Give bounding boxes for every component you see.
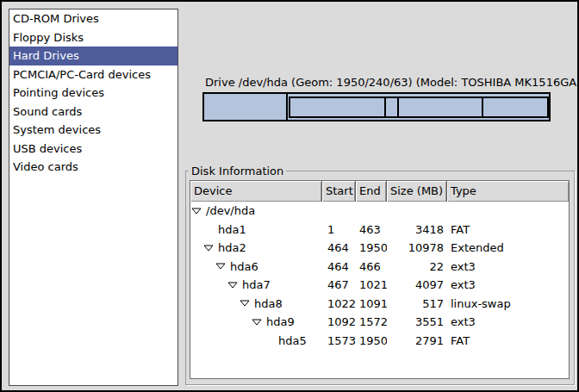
size-value: 4097 [387,276,447,295]
table-header-row: DeviceStartEndSize (MB)Type [190,181,569,202]
start-value: 1 [322,221,356,240]
end-value: 1950 [356,239,387,258]
column-header-size-mb-[interactable]: Size (MB) [387,181,447,202]
sidebar-item-hard-drives[interactable]: Hard Drives [9,47,177,65]
sidebar-item-floppy-disks[interactable]: Floppy Disks [9,28,177,47]
type-value: ext3 [447,313,569,332]
size-value: 3418 [387,221,447,240]
sidebar-item-pcmcia-pc-card-devices[interactable]: PCMCIA/PC-Card devices [9,65,177,84]
disk-information-label: Disk Information [189,165,286,177]
size-value: 3551 [387,313,447,332]
device-name: hda5 [278,332,307,351]
logical-partition-divider [397,98,399,116]
end-value: 1572 [356,313,387,332]
logical-partition-divider [482,98,483,116]
tree-expander-icon[interactable] [191,208,206,215]
end-value: 1021 [356,276,387,295]
device-name: hda7 [242,276,271,295]
end-value [356,202,387,221]
size-value: 22 [387,258,447,277]
size-value: 10978 [387,239,447,258]
sidebar-item-pointing-devices[interactable]: Pointing devices [9,84,177,103]
sidebar-item-sound-cards[interactable]: Sound cards [9,103,177,121]
tree-expander-icon[interactable] [203,245,218,252]
type-value: FAT [447,332,569,351]
table-row-hda2[interactable]: hda2464195010978Extended [190,239,569,258]
device-name: hda6 [230,258,258,277]
end-value: 1950 [356,332,387,351]
device-name: /dev/hda [206,202,255,221]
type-value: ext3 [447,276,569,295]
table-body: /dev/hdahda114633418FAThda2464195010978E… [190,202,569,378]
tree-expander-icon[interactable] [252,319,266,326]
table-row-hda6[interactable]: hda646446622ext3 [190,258,569,277]
end-value: 1091 [356,295,387,314]
type-value: Extended [447,239,569,258]
table-row-hda1[interactable]: hda114633418FAT [190,221,569,240]
start-value: 467 [322,276,356,295]
disk-information-frame: Disk Information DeviceStartEndSize (MB)… [185,171,575,385]
type-value: ext3 [447,258,569,277]
table-row--dev-hda[interactable]: /dev/hda [190,202,569,221]
disk-information-table: DeviceStartEndSize (MB)Type /dev/hdahda1… [190,180,570,379]
device-name: hda8 [254,295,283,314]
end-value: 463 [356,221,387,240]
sidebar-item-usb-devices[interactable]: USB devices [9,140,177,159]
logical-partition-divider [384,98,386,116]
table-row-hda9[interactable]: hda9109215723551ext3 [190,313,569,332]
device-name: hda2 [218,239,246,258]
sidebar-item-cd-rom-drives[interactable]: CD-ROM Drives [9,9,177,28]
tree-expander-icon[interactable] [227,282,242,289]
sidebar-item-system-devices[interactable]: System devices [9,121,177,140]
column-header-type[interactable]: Type [447,181,569,202]
partition-bar [202,92,551,121]
start-value: 1092 [322,313,356,332]
type-value [447,202,569,221]
end-value: 466 [356,258,387,277]
size-value: 2791 [387,332,447,351]
tree-expander-icon[interactable] [215,263,230,270]
start-value: 1573 [322,332,356,351]
start-value: 464 [322,239,356,258]
drive-title: Drive /dev/hda (Geom: 1950/240/63) (Mode… [205,76,579,89]
table-row-hda5[interactable]: hda5157319502791FAT [190,332,569,351]
sidebar-item-video-cards[interactable]: Video cards [9,158,177,177]
table-row-hda7[interactable]: hda746710214097ext3 [190,276,569,295]
tree-expander-icon[interactable] [240,300,254,307]
partition-divider-hda1 [286,94,288,120]
device-name: hda1 [218,221,246,240]
table-row-hda8[interactable]: hda810221091517linux-swap [190,295,569,314]
extended-partition-box [289,96,549,118]
column-header-end[interactable]: End [356,181,387,202]
type-value: FAT [447,221,569,240]
column-header-device[interactable]: Device [190,181,322,202]
start-value: 464 [322,258,356,277]
size-value [387,202,447,221]
hardware-browser-window: CD-ROM DrivesFloppy DisksHard DrivesPCMC… [0,0,579,392]
start-value [322,202,356,221]
type-value: linux-swap [447,295,569,314]
start-value: 1022 [322,295,356,314]
size-value: 517 [387,295,447,314]
column-header-start[interactable]: Start [322,181,356,202]
device-name: hda9 [266,313,295,332]
device-category-list[interactable]: CD-ROM DrivesFloppy DisksHard DrivesPCMC… [9,9,178,386]
